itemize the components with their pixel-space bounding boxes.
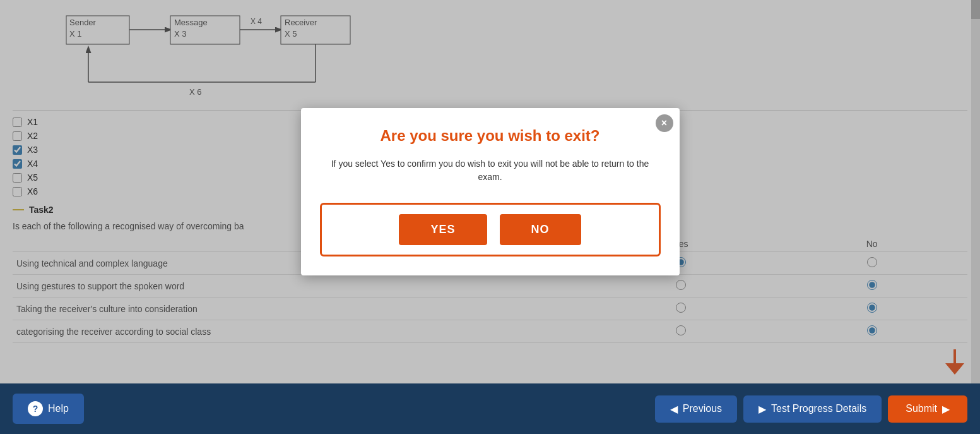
modal-yes-button[interactable]: YES — [399, 214, 487, 245]
modal-dialog: × Are you sure you wish to exit? If you … — [301, 108, 680, 275]
previous-button[interactable]: ◀ Previous — [655, 395, 737, 423]
submit-button[interactable]: Submit ▶ — [888, 395, 967, 423]
modal-buttons: YES NO — [320, 203, 661, 256]
test-progress-button[interactable]: ▶ Test Progress Details — [743, 395, 882, 423]
modal-title: Are you sure you wish to exit? — [320, 127, 661, 145]
modal-no-button[interactable]: NO — [500, 214, 581, 245]
previous-icon: ◀ — [670, 403, 678, 415]
help-icon: ? — [28, 401, 43, 416]
help-button[interactable]: ? Help — [13, 394, 84, 424]
modal-overlay: × Are you sure you wish to exit? If you … — [0, 0, 980, 383]
right-buttons: ◀ Previous ▶ Test Progress Details Submi… — [655, 395, 967, 423]
modal-close-button[interactable]: × — [656, 114, 673, 132]
main-content: Sender X 1 Message X 3 X 4 Receiver X 5 — [0, 0, 980, 383]
modal-body: If you select Yes to confirm you do wish… — [320, 157, 661, 184]
bottom-toolbar: ? Help ◀ Previous ▶ Test Progress Detail… — [0, 383, 980, 434]
progress-icon: ▶ — [759, 403, 766, 415]
submit-icon: ▶ — [942, 403, 950, 415]
